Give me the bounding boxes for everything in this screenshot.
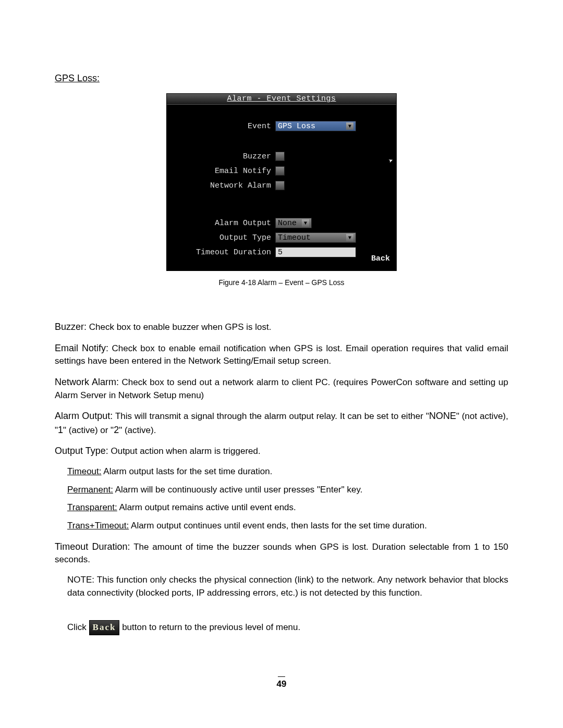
sub-permanent: Permanent: Alarm will be continuously ac… bbox=[67, 484, 508, 497]
text-buzzer: Check box to enable buzzer when GPS is l… bbox=[87, 322, 271, 332]
select-event-value: GPS Loss bbox=[278, 122, 315, 131]
document-page: GPS Loss: Alarm - Event Settings ➤ Event… bbox=[0, 0, 563, 721]
sub-timeout: Timeout: Alarm output lasts for the set … bbox=[67, 465, 508, 478]
select-output-type-value: Timeout bbox=[278, 233, 311, 242]
sub-transparent-u: Transparent: bbox=[67, 502, 117, 512]
text-alarm-output-d: " (active). bbox=[119, 425, 156, 435]
click-a: Click bbox=[67, 622, 89, 632]
row-alarm-output: Alarm Output None ▼ bbox=[172, 217, 391, 229]
label-buzzer: Buzzer bbox=[172, 152, 275, 161]
sub-trans-timeout-t: Alarm output continues until event ends,… bbox=[129, 521, 427, 530]
para-click-back: Click Back button to return to the previ… bbox=[67, 620, 508, 635]
back-button[interactable]: Back bbox=[371, 254, 390, 263]
sub-transparent-t: Alarm output remains active until event … bbox=[117, 502, 296, 512]
sub-trans-timeout: Trans+Timeout: Alarm output continues un… bbox=[67, 520, 508, 533]
note-block: NOTE: This function only checks the phys… bbox=[67, 574, 508, 599]
label-email: Email Notify bbox=[172, 167, 275, 176]
sub-trans-timeout-u: Trans+Timeout: bbox=[67, 521, 129, 530]
sub-timeout-u: Timeout: bbox=[67, 466, 102, 476]
para-timeout-duration: Timeout Duration: The amount of time the… bbox=[55, 540, 508, 566]
input-timeout-duration[interactable]: 5 bbox=[275, 247, 356, 257]
text-output-type: Output action when alarm is triggered. bbox=[108, 446, 261, 456]
term-alarm-output: Alarm Output: bbox=[55, 411, 113, 421]
page-number-value: 49 bbox=[277, 679, 287, 689]
para-network: Network Alarm: Check box to send out a n… bbox=[55, 375, 508, 402]
page-number: — 49 bbox=[55, 672, 508, 689]
para-output-type: Output Type: Output action when alarm is… bbox=[55, 444, 508, 458]
figure-wrap: Alarm - Event Settings ➤ Event GPS Loss … bbox=[55, 93, 508, 287]
row-email: Email Notify bbox=[172, 165, 391, 177]
row-timeout-duration: Timeout Duration 5 bbox=[172, 246, 391, 258]
section-heading: GPS Loss: bbox=[55, 73, 508, 84]
text-note: This function only checks the physical c… bbox=[67, 575, 508, 598]
text-alarm-output-a: This will transmit a signal through the … bbox=[113, 411, 429, 421]
text-email: Check box to enable email notification w… bbox=[55, 343, 508, 366]
sub-transparent: Transparent: Alarm output remains active… bbox=[67, 501, 508, 514]
checkbox-network[interactable] bbox=[275, 181, 285, 190]
sub-permanent-tb: " key. bbox=[341, 485, 363, 495]
row-event: Event GPS Loss ▼ bbox=[172, 120, 391, 132]
term-email: Email Notify: bbox=[55, 343, 108, 353]
dvr-title: Alarm - Event Settings bbox=[167, 94, 396, 105]
term-timeout-duration: Timeout Duration: bbox=[55, 541, 130, 552]
chevron-down-icon: ▼ bbox=[346, 234, 353, 241]
term-buzzer: Buzzer: bbox=[55, 322, 87, 332]
checkbox-email[interactable] bbox=[275, 166, 285, 176]
row-network: Network Alarm bbox=[172, 180, 391, 191]
row-output-type: Output Type Timeout ▼ bbox=[172, 232, 391, 243]
inline-back-button: Back bbox=[89, 620, 120, 635]
text-two: 2 bbox=[114, 425, 119, 435]
output-type-sublist: Timeout: Alarm output lasts for the set … bbox=[67, 465, 508, 533]
label-output-type: Output Type bbox=[172, 233, 275, 242]
dvr-screenshot: Alarm - Event Settings ➤ Event GPS Loss … bbox=[166, 93, 397, 271]
text-alarm-output-c: " (active) or " bbox=[63, 425, 114, 435]
checkbox-buzzer[interactable] bbox=[275, 152, 285, 161]
select-event[interactable]: GPS Loss ▼ bbox=[275, 121, 356, 131]
label-timeout-duration: Timeout Duration bbox=[172, 248, 275, 257]
text-none: NONE bbox=[429, 411, 456, 421]
label-alarm-output: Alarm Output bbox=[172, 219, 275, 228]
input-timeout-duration-value: 5 bbox=[278, 248, 283, 257]
para-buzzer: Buzzer: Check box to enable buzzer when … bbox=[55, 320, 508, 334]
sub-permanent-u: Permanent: bbox=[67, 485, 113, 495]
select-alarm-output-value: None bbox=[278, 219, 297, 228]
term-note: NOTE: bbox=[67, 575, 94, 585]
term-network: Network Alarm: bbox=[55, 377, 119, 387]
click-b: button to return to the previous level o… bbox=[119, 622, 300, 632]
figure-caption: Figure 4-18 Alarm – Event – GPS Loss bbox=[55, 278, 508, 287]
sub-timeout-t: Alarm output lasts for the set time dura… bbox=[102, 466, 273, 476]
row-buzzer: Buzzer bbox=[172, 151, 391, 162]
dvr-body: Event GPS Loss ▼ Buzzer Email Notify bbox=[167, 105, 396, 258]
text-one: 1 bbox=[58, 425, 63, 435]
sub-permanent-enter: Enter bbox=[320, 485, 341, 495]
label-network: Network Alarm bbox=[172, 181, 275, 190]
sub-permanent-ta: Alarm will be continuously active until … bbox=[113, 485, 320, 495]
select-output-type[interactable]: Timeout ▼ bbox=[275, 232, 356, 243]
text-network: Check box to send out a network alarm to… bbox=[55, 377, 508, 400]
chevron-down-icon: ▼ bbox=[346, 122, 353, 130]
label-event: Event bbox=[172, 122, 275, 131]
chevron-down-icon: ▼ bbox=[302, 219, 309, 227]
select-alarm-output[interactable]: None ▼ bbox=[275, 218, 312, 228]
para-alarm-output: Alarm Output: This will transmit a signa… bbox=[55, 409, 508, 437]
para-email: Email Notify: Check box to enable email … bbox=[55, 341, 508, 368]
term-output-type: Output Type: bbox=[55, 446, 108, 456]
